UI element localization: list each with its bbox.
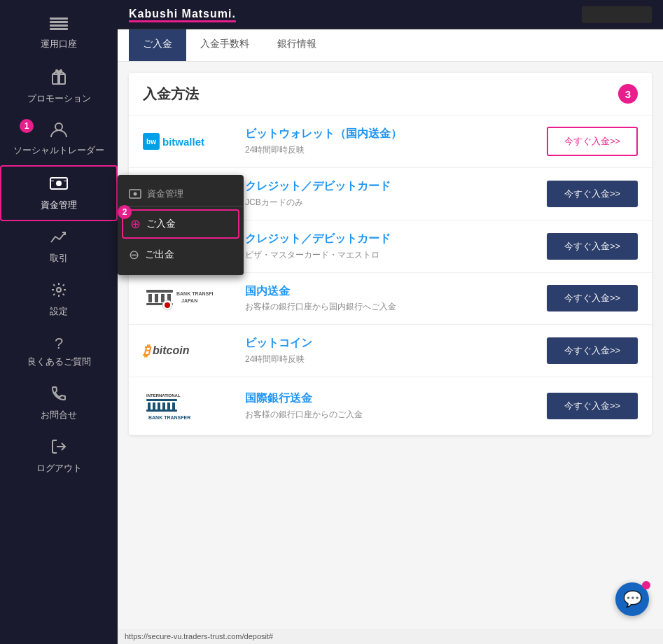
header: Kabushi Matsumi. <box>118 0 663 29</box>
svg-rect-5 <box>57 74 60 84</box>
sidebar-label-funds: 資金管理 <box>41 199 77 211</box>
settings-icon <box>50 281 67 302</box>
faq-icon: ? <box>55 335 63 353</box>
bitwallet-note: 24時間即時反映 <box>245 144 536 156</box>
visa-info: クレジット／デビットカード ビザ・マスターカード・マエストロ <box>245 232 536 261</box>
contact-icon <box>50 385 67 406</box>
svg-point-22 <box>165 302 170 308</box>
deposit-btn-domestic[interactable]: 今すぐ入金>> <box>547 285 638 312</box>
svg-text:BANK TRANSFER: BANK TRANSFER <box>176 291 213 296</box>
funds-dropdown: 資金管理 2 ⊕ ご入金 ⊖ ご出金 <box>118 175 244 275</box>
deposit-btn-visa[interactable]: 今すぐ入金>> <box>547 233 638 260</box>
right-wrapper: Kabushi Matsumi. ご入金 入金手数料 銀行情報 <box>118 0 663 644</box>
sidebar-item-funds[interactable]: 資金管理 <box>0 165 118 221</box>
dropdown-withdraw[interactable]: ⊖ ご出金 <box>118 240 244 270</box>
svg-rect-27 <box>148 402 151 410</box>
bitcoin-logo-area: ₿ bitcoin <box>143 343 234 359</box>
badge-dropdown: 2 <box>118 205 132 219</box>
funds-icon <box>49 175 69 196</box>
payment-row-domestic: BANK TRANSFER JAPAN 国内送金 お客様の銀行口座から国内銀行へ… <box>129 273 652 326</box>
intl-bank-logo: INTERNATIONAL BANK TRANSFER <box>143 388 234 424</box>
domestic-note: お客様の銀行口座から国内銀行へご入金 <box>245 301 536 313</box>
svg-rect-26 <box>146 399 177 401</box>
sidebar-label-portfolio: 運用口座 <box>41 38 77 50</box>
domestic-name: 国内送金 <box>245 284 536 299</box>
payment-row-bitcoin: ₿ bitcoin ビットコイン 24時間即時反映 今すぐ入金>> <box>129 325 652 377</box>
sidebar-item-social-trader[interactable]: 1 ソーシャルトレーダー <box>0 113 118 165</box>
svg-point-14 <box>134 192 137 196</box>
sidebar-item-contact[interactable]: お問合せ <box>0 377 118 430</box>
svg-rect-28 <box>153 402 155 410</box>
bitcoin-name: ビットコイン <box>245 336 536 351</box>
sidebar-item-promotion[interactable]: プロモーション <box>0 59 118 113</box>
content-area: ご入金 入金手数料 銀行情報 入金方法 3 <box>118 29 663 629</box>
bitcoin-note: 24時間即時反映 <box>245 354 536 365</box>
tab-deposit[interactable]: ご入金 <box>129 29 186 61</box>
svg-text:BANK TRANSFER: BANK TRANSFER <box>148 415 190 420</box>
svg-rect-32 <box>172 402 175 410</box>
svg-rect-33 <box>146 410 177 412</box>
svg-rect-9 <box>50 181 54 181</box>
tabs-bar: ご入金 入金手数料 銀行情報 <box>118 29 663 62</box>
chat-icon: 💬 <box>623 590 642 608</box>
svg-rect-15 <box>146 290 173 293</box>
deposit-btn-bitwallet[interactable]: 今すぐ入金>> <box>547 127 638 156</box>
sidebar-label-settings: 設定 <box>50 305 68 318</box>
sidebar-label-promotion: プロモーション <box>27 92 91 105</box>
sidebar-label-contact: お問合せ <box>41 409 77 421</box>
payment-row-bitwallet: bw bitwallet ビットウォレット（国内送金） 24時間即時反映 今すぐ… <box>129 115 652 168</box>
svg-rect-3 <box>50 28 68 30</box>
intl-note: お客様の銀行口座からのご入金 <box>245 409 536 421</box>
bitcoin-info: ビットコイン 24時間即時反映 <box>245 336 536 365</box>
chat-badge <box>642 581 650 589</box>
bitcoin-text: bitcoin <box>153 344 189 357</box>
jcb-note: JCBカードのみ <box>245 197 536 209</box>
section-title: 入金方法 <box>143 85 199 104</box>
sidebar-item-logout[interactable]: ログアウト <box>0 430 118 483</box>
deposit-btn-jcb[interactable]: 今すぐ入金>> <box>547 181 638 207</box>
bank-japan-logo: BANK TRANSFER JAPAN <box>143 284 234 312</box>
sidebar-item-portfolio[interactable]: 運用口座 <box>0 7 118 59</box>
intl-info: 国際銀行送金 お客様の銀行口座からのご入金 <box>245 391 536 421</box>
tab-bank[interactable]: 銀行情報 <box>263 29 330 61</box>
brand-logo: Kabushi Matsumi. <box>129 6 236 22</box>
sidebar: 運用口座 プロモーション 1 ソーシャル <box>0 0 118 644</box>
svg-point-6 <box>55 123 62 130</box>
trading-icon <box>50 230 68 249</box>
sidebar-item-trading[interactable]: 取引 <box>0 221 118 273</box>
bitwallet-name: ビットウォレット（国内送金） <box>245 127 536 141</box>
sidebar-item-faq[interactable]: ? 良くあるご質問 <box>0 326 118 377</box>
tab-fee[interactable]: 入金手数料 <box>186 29 263 61</box>
search-area <box>582 6 652 23</box>
bank-japan-icon: BANK TRANSFER JAPAN <box>143 284 213 312</box>
svg-rect-0 <box>50 18 68 20</box>
svg-point-8 <box>56 181 62 186</box>
promotion-icon <box>50 67 68 90</box>
intl-bank-icon: INTERNATIONAL BANK TRANSFER <box>143 388 213 424</box>
section-header: 入金方法 3 <box>129 73 652 115</box>
svg-rect-10 <box>64 181 67 181</box>
sidebar-label-social-trader: ソーシャルトレーダー <box>13 144 104 157</box>
deposit-btn-bitcoin[interactable]: 今すぐ入金>> <box>547 337 638 364</box>
intl-name: 国際銀行送金 <box>245 391 536 406</box>
svg-rect-31 <box>167 402 170 410</box>
status-bar: https://secure-vu.traders-trust.com/depo… <box>118 629 663 644</box>
dropdown-deposit[interactable]: 2 ⊕ ご入金 <box>122 209 239 239</box>
bitwallet-logo: bw bitwallet <box>143 133 234 150</box>
dropdown-funds-header: 資金管理 <box>118 181 244 206</box>
sidebar-label-faq: 良くあるご質問 <box>27 356 91 368</box>
badge-social-trader: 1 <box>20 119 34 133</box>
status-url: https://secure-vu.traders-trust.com/depo… <box>125 632 273 640</box>
logout-icon <box>50 438 67 459</box>
jcb-info: クレジット／デビットカード JCBカードのみ <box>245 179 536 209</box>
sidebar-item-settings[interactable]: 設定 <box>0 273 118 326</box>
bitwallet-info: ビットウォレット（国内送金） 24時間即時反映 <box>245 127 536 156</box>
svg-rect-1 <box>50 21 68 23</box>
sidebar-label-logout: ログアウト <box>36 462 82 475</box>
deposit-btn-intl[interactable]: 今すぐ入金>> <box>547 393 638 419</box>
chat-button[interactable]: 💬 <box>615 582 649 616</box>
jcb-name: クレジット／デビットカード <box>245 179 536 194</box>
bitwallet-icon: bw <box>143 133 160 150</box>
bitcoin-symbol: ₿ <box>143 343 150 359</box>
svg-point-11 <box>57 288 61 292</box>
